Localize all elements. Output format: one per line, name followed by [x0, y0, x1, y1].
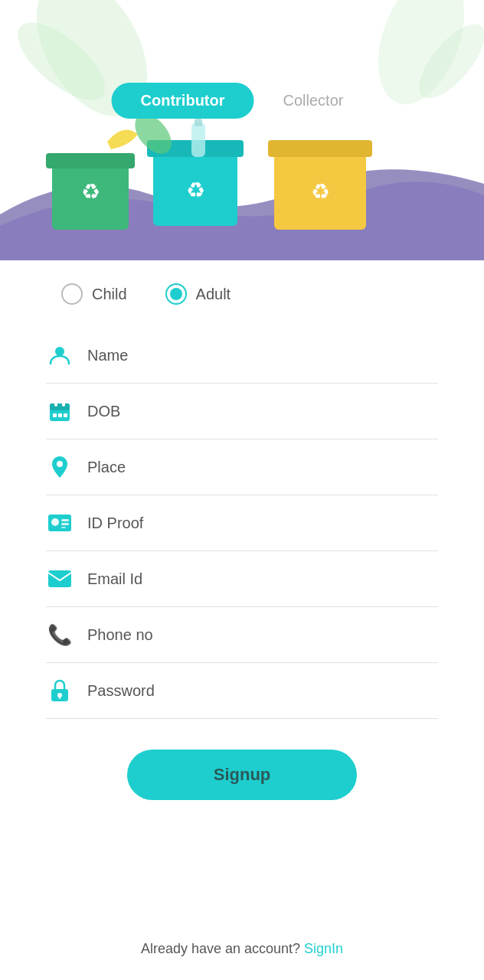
- page-wrapper: ♻ ♻ ♻ Contributor Collector: [0, 0, 484, 980]
- svg-rect-18: [50, 403, 70, 410]
- email-input[interactable]: [87, 570, 438, 588]
- dob-input[interactable]: [87, 403, 438, 420]
- form-section: Child Adult: [0, 268, 484, 910]
- field-row-name: [46, 328, 438, 384]
- tab-collector[interactable]: Collector: [254, 83, 373, 119]
- lock-icon: [46, 677, 74, 704]
- svg-text:♻: ♻: [186, 178, 205, 202]
- svg-rect-22: [58, 413, 62, 417]
- signin-link[interactable]: SignIn: [304, 941, 343, 956]
- radio-adult-inner: [170, 288, 182, 300]
- pin-icon: [46, 453, 74, 481]
- svg-rect-30: [48, 570, 71, 587]
- svg-rect-14: [195, 119, 202, 126]
- svg-rect-23: [64, 413, 67, 417]
- field-row-place: [46, 439, 438, 495]
- place-input[interactable]: [87, 459, 438, 476]
- idcard-icon: [46, 509, 74, 537]
- password-input[interactable]: [87, 682, 438, 700]
- svg-point-26: [51, 518, 59, 526]
- svg-point-24: [57, 461, 63, 467]
- svg-text:♻: ♻: [311, 180, 330, 204]
- name-input[interactable]: [87, 347, 438, 364]
- field-row-idproof: [46, 495, 438, 551]
- radio-child[interactable]: Child: [61, 283, 127, 305]
- envelope-icon: [46, 565, 74, 593]
- svg-rect-28: [61, 523, 69, 525]
- svg-rect-21: [53, 413, 57, 417]
- svg-rect-11: [268, 140, 372, 157]
- radio-child-label: Child: [92, 286, 127, 303]
- radio-group: Child Adult: [61, 283, 438, 305]
- footer-text: Already have an account?: [141, 941, 300, 956]
- svg-rect-19: [54, 401, 57, 407]
- person-icon: [46, 341, 74, 369]
- svg-text:♻: ♻: [81, 180, 100, 204]
- svg-rect-5: [46, 153, 135, 168]
- radio-adult[interactable]: Adult: [165, 283, 231, 305]
- header-illustration: ♻ ♻ ♻ Contributor Collector: [0, 0, 484, 260]
- field-row-email: [46, 551, 438, 607]
- tab-contributor[interactable]: Contributor: [112, 83, 254, 119]
- signup-button[interactable]: Signup: [127, 750, 357, 800]
- radio-child-outer: [61, 283, 83, 305]
- field-row-password: [46, 663, 438, 719]
- phone-input[interactable]: [87, 626, 438, 644]
- svg-rect-33: [59, 696, 60, 699]
- tab-row: Contributor Collector: [112, 83, 373, 119]
- svg-rect-27: [61, 519, 69, 521]
- radio-adult-outer: [165, 283, 187, 305]
- field-row-phone: 📞: [46, 607, 438, 663]
- calendar-icon: [46, 397, 74, 425]
- idproof-input[interactable]: [87, 514, 438, 532]
- field-row-dob: [46, 384, 438, 439]
- svg-rect-29: [61, 527, 66, 528]
- svg-point-16: [55, 347, 64, 356]
- radio-adult-label: Adult: [196, 286, 231, 303]
- phone-icon: 📞: [46, 621, 74, 648]
- footer: Already have an account? SignIn: [141, 910, 343, 980]
- svg-rect-20: [62, 401, 65, 407]
- svg-rect-13: [191, 122, 205, 157]
